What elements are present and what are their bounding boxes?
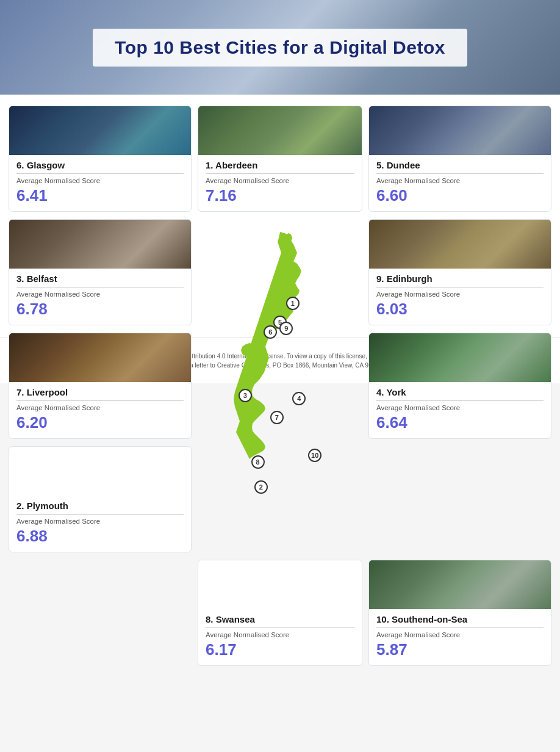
city-card-body-swansea: 8. Swansea Average Normalised Score 6.17 <box>198 609 362 665</box>
score-value-swansea: 6.17 <box>206 640 354 659</box>
city-name-aberdeen: 1. Aberdeen <box>206 160 354 170</box>
divider-swansea <box>206 627 354 628</box>
divider-liverpool <box>16 400 184 401</box>
map-column: 12345678910 <box>198 219 362 552</box>
divider-york <box>376 400 544 401</box>
score-label-edinburgh: Average Normalised Score <box>376 291 544 298</box>
divider-aberdeen <box>206 173 354 174</box>
divider-edinburgh <box>376 287 544 287</box>
city-image-plymouth <box>9 447 191 496</box>
divider-southend <box>376 627 544 628</box>
score-label-dundee: Average Normalised Score <box>376 177 544 184</box>
city-image-belfast <box>9 220 191 269</box>
score-label-liverpool: Average Normalised Score <box>16 404 184 411</box>
score-value-belfast: 6.78 <box>16 300 184 319</box>
city-name-belfast: 3. Belfast <box>16 273 184 284</box>
divider-plymouth <box>16 514 184 515</box>
map-wrapper: 12345678910 <box>201 227 359 544</box>
divider-glasgow <box>16 173 184 174</box>
uk-map-svg <box>201 227 359 544</box>
city-card-dundee: 5. Dundee Average Normalised Score 6.60 <box>368 106 551 212</box>
city-card-body-southend: 10. Southend-on-Sea Average Normalised S… <box>369 609 551 665</box>
header-background: Top 10 Best Cities for a Digital Detox <box>0 0 560 95</box>
divider-dundee <box>376 173 544 174</box>
map-dot-4: 4 <box>292 392 306 405</box>
score-label-plymouth: Average Normalised Score <box>16 518 184 525</box>
map-dot-1: 1 <box>286 297 300 310</box>
map-dot-10: 10 <box>308 449 321 462</box>
score-value-edinburgh: 6.03 <box>376 300 544 319</box>
city-image-glasgow <box>9 106 191 155</box>
map-dot-7: 7 <box>270 411 284 424</box>
city-card-liverpool: 7. Liverpool Average Normalised Score 6.… <box>9 333 192 439</box>
map-dot-8: 8 <box>251 455 265 469</box>
score-label-york: Average Normalised Score <box>376 404 544 411</box>
header-title-box: Top 10 Best Cities for a Digital Detox <box>93 29 467 67</box>
city-card-body-plymouth: 2. Plymouth Average Normalised Score 6.8… <box>9 496 191 552</box>
score-value-plymouth: 6.88 <box>16 527 184 546</box>
gb-mainland <box>234 232 301 459</box>
city-card-body-liverpool: 7. Liverpool Average Normalised Score 6.… <box>9 382 191 438</box>
city-name-york: 4. York <box>376 387 544 397</box>
city-card-body-glasgow: 6. Glasgow Average Normalised Score 6.41 <box>9 155 191 211</box>
city-card-body-dundee: 5. Dundee Average Normalised Score 6.60 <box>369 155 551 211</box>
score-value-dundee: 6.60 <box>376 186 544 205</box>
city-card-swansea: 8. Swansea Average Normalised Score 6.17 <box>198 560 362 666</box>
city-card-belfast: 3. Belfast Average Normalised Score 6.78 <box>9 219 192 325</box>
score-value-southend: 5.87 <box>376 640 544 659</box>
score-label-belfast: Average Normalised Score <box>16 291 184 298</box>
city-image-dundee <box>369 106 551 155</box>
city-image-edinburgh <box>369 220 551 269</box>
city-name-swansea: 8. Swansea <box>206 614 354 624</box>
map-dot-9: 9 <box>279 322 293 335</box>
city-card-body-edinburgh: 9. Edinburgh Average Normalised Score 6.… <box>369 269 551 325</box>
city-image-swansea <box>198 560 362 609</box>
city-image-york <box>369 333 551 382</box>
city-card-southend: 10. Southend-on-Sea Average Normalised S… <box>368 560 551 666</box>
score-label-glasgow: Average Normalised Score <box>16 177 184 184</box>
score-value-glasgow: 6.41 <box>16 186 184 205</box>
city-image-liverpool <box>9 333 191 382</box>
city-card-york: 4. York Average Normalised Score 6.64 <box>368 333 551 439</box>
city-card-body-aberdeen: 1. Aberdeen Average Normalised Score 7.1… <box>198 155 362 211</box>
score-value-aberdeen: 7.16 <box>206 186 354 205</box>
city-name-southend: 10. Southend-on-Sea <box>376 614 544 624</box>
score-label-southend: Average Normalised Score <box>376 631 544 638</box>
score-label-aberdeen: Average Normalised Score <box>206 177 354 184</box>
city-name-plymouth: 2. Plymouth <box>16 501 184 511</box>
page-title: Top 10 Best Cities for a Digital Detox <box>115 37 445 58</box>
city-card-plymouth: 2. Plymouth Average Normalised Score 6.8… <box>9 446 192 552</box>
city-card-edinburgh: 9. Edinburgh Average Normalised Score 6.… <box>368 219 551 325</box>
city-name-edinburgh: 9. Edinburgh <box>376 273 544 284</box>
city-card-aberdeen: 1. Aberdeen Average Normalised Score 7.1… <box>198 106 362 212</box>
main-content: 1. Aberdeen Average Normalised Score 7.1… <box>0 95 560 338</box>
map-dot-2: 2 <box>254 480 268 494</box>
city-name-dundee: 5. Dundee <box>376 160 544 170</box>
city-image-southend <box>369 560 551 609</box>
city-card-glasgow: 6. Glasgow Average Normalised Score 6.41 <box>9 106 192 212</box>
score-label-swansea: Average Normalised Score <box>206 631 354 638</box>
score-value-york: 6.64 <box>376 413 544 432</box>
city-name-glasgow: 6. Glasgow <box>16 160 184 170</box>
city-name-liverpool: 7. Liverpool <box>16 387 184 397</box>
city-grid: 1. Aberdeen Average Normalised Score 7.1… <box>9 106 551 666</box>
city-image-aberdeen <box>198 106 362 155</box>
map-dot-6: 6 <box>264 325 277 339</box>
divider-belfast <box>16 287 184 287</box>
city-card-body-york: 4. York Average Normalised Score 6.64 <box>369 382 551 438</box>
score-value-liverpool: 6.20 <box>16 413 184 432</box>
map-dot-3: 3 <box>239 389 252 402</box>
city-card-body-belfast: 3. Belfast Average Normalised Score 6.78 <box>9 269 191 325</box>
